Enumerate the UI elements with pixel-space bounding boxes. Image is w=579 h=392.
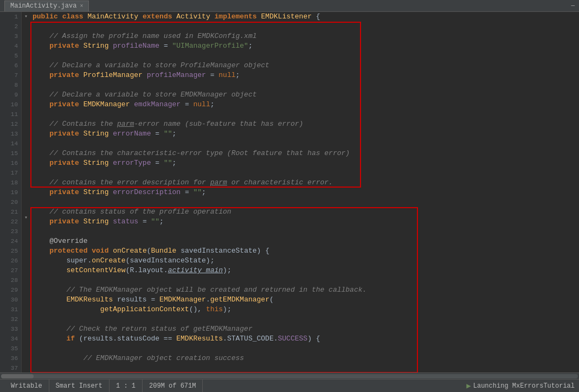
fold-cell — [22, 146, 30, 155]
line-number: 25 — [0, 246, 21, 256]
line-number: 23 — [0, 227, 21, 236]
line-number: 18 — [0, 178, 21, 188]
line-number: 8 — [0, 80, 21, 90]
code-line-15: // Contains the characteristic-error typ… — [33, 149, 579, 158]
line-number: 9 — [0, 90, 21, 100]
code-line-36: // EMDKManager object creation success — [33, 354, 579, 363]
code-line-19: private String errorDescription = ""; — [33, 188, 579, 197]
scrollbar-track — [1, 374, 578, 378]
code-line-7: private ProfileManager profileManager = … — [33, 70, 579, 80]
code-line-13: private String errorName = ""; — [33, 129, 579, 139]
fold-cell — [22, 264, 30, 272]
code-line-16: private String errorType = ""; — [33, 158, 579, 168]
code-line-34: if (results.statusCode == EMDKResults.ST… — [33, 334, 579, 344]
fold-cell — [22, 163, 30, 171]
fold-cell — [22, 280, 30, 288]
memory-label: 209M of 671M — [149, 382, 196, 390]
code-line-27: setContentView(R.layout.activity_main); — [33, 266, 579, 275]
line-number: 19 — [0, 188, 21, 197]
line-number: 11 — [0, 110, 21, 119]
line-number: 24 — [0, 236, 21, 246]
line-number: 31 — [0, 305, 21, 314]
editor-tab[interactable]: MainActivity.java × — [4, 1, 89, 11]
code-line-3: // Assign the profile name used in EMDKC… — [33, 31, 579, 41]
code-line-30: EMDKResults results = EMDKManager.getEMD… — [33, 295, 579, 305]
position-label: 1 : 1 — [116, 382, 136, 390]
line-number: 13 — [0, 129, 21, 139]
fold-cell — [22, 79, 30, 87]
fold-cell — [22, 96, 30, 104]
tab-close-icon[interactable]: × — [80, 3, 83, 9]
line-number: 12 — [0, 119, 21, 129]
line-number: 30 — [0, 295, 21, 305]
code-line-37 — [33, 363, 579, 372]
line-number: 29 — [0, 285, 21, 295]
code-line-24: @Override — [33, 236, 579, 246]
fold-cell — [22, 188, 30, 196]
fold-cell — [22, 247, 30, 255]
fold-cell — [22, 113, 30, 121]
line-number: 16 — [0, 158, 21, 168]
line-number: 26 — [0, 256, 21, 266]
editor-wrapper: 1234567891011121314151617181920212223242… — [0, 12, 579, 372]
code-line-23 — [33, 227, 579, 236]
fold-cell — [22, 155, 30, 163]
line-number: 6 — [0, 61, 21, 70]
fold-cell — [22, 37, 30, 45]
fold-cell — [22, 272, 30, 280]
status-memory[interactable]: 209M of 671M — [143, 380, 203, 392]
line-number: 3 — [0, 31, 21, 41]
line-number: 34 — [0, 334, 21, 344]
code-line-11 — [33, 110, 579, 119]
fold-cell — [22, 230, 30, 238]
left-gutter: 1234567891011121314151617181920212223242… — [0, 12, 30, 372]
code-line-26: super.onCreate(savedInstanceState); — [33, 256, 579, 266]
fold-cell — [22, 138, 30, 146]
code-content[interactable]: public class MainActivity extends Activi… — [30, 12, 579, 372]
writable-label: Writable — [11, 382, 42, 390]
line-number: 4 — [0, 41, 21, 51]
fold-cell — [22, 297, 30, 305]
minimize-button[interactable]: ─ — [571, 3, 575, 9]
code-line-25: protected void onCreate(Bundle savedInst… — [33, 246, 579, 256]
fold-cell — [22, 54, 30, 62]
status-launch: ▶ Launching MxErrorsTutorial — [466, 381, 575, 390]
fold-gutter: ▾▾ — [22, 12, 30, 372]
line-number: 28 — [0, 275, 21, 285]
fold-cell — [22, 255, 30, 264]
line-number: 17 — [0, 168, 21, 178]
scrollbar-thumb[interactable] — [1, 374, 34, 378]
line-number: 36 — [0, 354, 21, 363]
code-line-8 — [33, 80, 579, 90]
code-line-22: private String status = ""; — [33, 217, 579, 227]
fold-cell — [22, 348, 30, 356]
fold-cell — [22, 196, 30, 204]
line-number: 27 — [0, 266, 21, 275]
fold-cell — [22, 20, 30, 28]
code-line-17 — [33, 168, 579, 178]
code-line-6: // Declare a variable to store ProfileMa… — [33, 61, 579, 70]
line-number: 22 — [0, 217, 21, 227]
code-line-28 — [33, 275, 579, 285]
status-smart-insert[interactable]: Smart Insert — [49, 380, 110, 392]
fold-cell — [22, 314, 30, 322]
fold-cell — [22, 121, 30, 129]
status-position[interactable]: 1 : 1 — [110, 380, 143, 392]
fold-cell — [22, 70, 30, 79]
fold-cell: ▾ — [22, 12, 30, 20]
line-number: 2 — [0, 22, 21, 31]
status-bar: Writable Smart Insert 1 : 1 209M of 671M… — [0, 379, 579, 392]
code-line-9: // Declare a variable to store EMDKManag… — [33, 90, 579, 100]
code-line-33: // Check the return status of getEMDKMan… — [33, 324, 579, 334]
launch-icon: ▶ — [466, 381, 471, 390]
tab-label: MainActivity.java — [10, 2, 76, 10]
status-writable[interactable]: Writable — [4, 380, 49, 392]
fold-cell — [22, 288, 30, 297]
horizontal-scrollbar[interactable] — [0, 372, 579, 379]
fold-cell — [22, 46, 30, 54]
line-numbers: 1234567891011121314151617181920212223242… — [0, 12, 22, 372]
fold-cell — [22, 171, 30, 179]
fold-cell — [22, 87, 30, 95]
smart-insert-label: Smart Insert — [56, 382, 102, 390]
code-line-12: // Contains the parm-error name (sub-fea… — [33, 119, 579, 129]
